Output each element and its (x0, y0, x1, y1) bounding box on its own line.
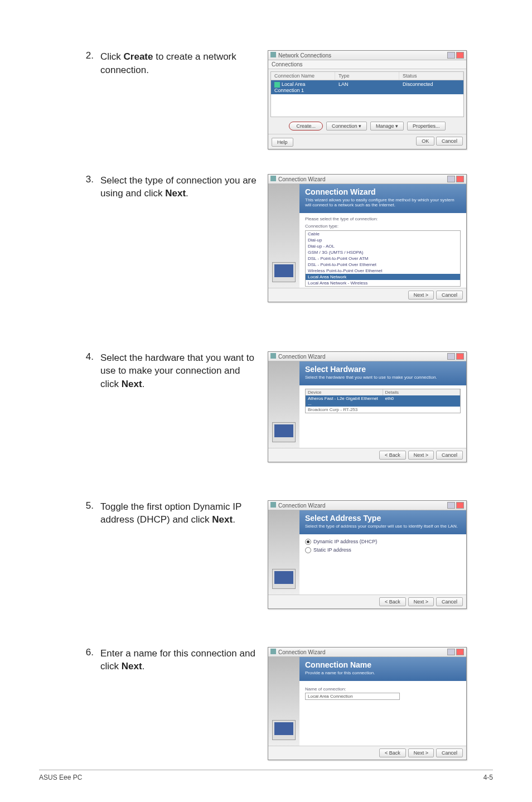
window-title: Connection Wizard (278, 649, 325, 655)
cell-details: eth0 (383, 395, 461, 407)
cancel-button[interactable]: Cancel (436, 451, 463, 460)
step-text: Toggle the first option Dynamic IP addre… (100, 500, 257, 527)
column-header-name[interactable]: Connection Name (271, 72, 335, 80)
app-icon (270, 52, 276, 57)
wizard-sidebar-image (268, 184, 299, 288)
text-fragment: . (142, 379, 145, 389)
connection-menu-button[interactable]: Connection ▾ (326, 122, 367, 131)
cancel-button[interactable]: Cancel (436, 137, 463, 146)
menu-connections[interactable]: Connections (268, 60, 466, 69)
screenshot-wizard-name: Connection Wizard Connection Name Provid… (263, 647, 467, 760)
list-item[interactable]: DSL - Point-to-Point Over Ethernet (306, 262, 460, 268)
list-item[interactable]: Wireless Point-to-Point Over Ethernet (306, 268, 460, 274)
close-icon[interactable] (456, 176, 464, 182)
wizard-description: Select the hardware that you want to use… (305, 375, 461, 380)
text-fragment: . (142, 661, 145, 671)
cell-device: Broadcom Corp - RT-253 (306, 407, 383, 413)
radio-label: Static IP address (313, 547, 351, 553)
step-number: 4. (78, 351, 94, 363)
next-button[interactable]: Next > (408, 451, 434, 460)
app-icon (270, 649, 276, 654)
close-icon[interactable] (456, 502, 464, 509)
page-footer: ASUS Eee PC 4-5 (39, 770, 493, 781)
list-item[interactable]: Cable (306, 231, 460, 237)
list-item[interactable]: Dial-up (306, 237, 460, 243)
wizard-sidebar-image (268, 361, 299, 448)
list-item[interactable]: Dial-up - AOL (306, 243, 460, 249)
hardware-table: Device Details Atheros Fast - L2e Gigabi… (305, 389, 461, 413)
text-fragment: Click (100, 51, 124, 62)
app-icon (270, 502, 276, 508)
connection-icon (274, 82, 280, 88)
properties-button[interactable]: Properties... (407, 122, 446, 131)
minimize-icon[interactable] (447, 52, 455, 59)
text-bold: Next (122, 661, 142, 671)
cancel-button[interactable]: Cancel (436, 597, 463, 606)
minimize-icon[interactable] (447, 649, 455, 655)
radio-static[interactable]: Static IP address (305, 546, 461, 554)
cell-details (383, 407, 461, 413)
wizard-sidebar-image (268, 510, 299, 595)
list-item[interactable]: DSL - Point-to-Point Over ATM (306, 255, 460, 262)
connection-name-input[interactable]: Local Area Connection (305, 693, 400, 700)
cell-type: LAN (335, 80, 399, 94)
step-6: 6. Enter a name for this connection and … (78, 647, 493, 760)
text-bold: Create (124, 51, 153, 62)
connection-row[interactable]: Local Area Connection 1 LAN Disconnected (271, 80, 463, 94)
next-button[interactable]: Next > (408, 291, 434, 299)
back-button[interactable]: < Back (379, 748, 406, 757)
hardware-row[interactable]: Broadcom Corp - RT-253 (306, 407, 460, 413)
screenshot-wizard-address: Connection Wizard Select Address Type Se… (263, 500, 467, 609)
step-4: 4. Select the hardware that you want to … (78, 351, 493, 462)
manage-menu-button[interactable]: Manage ▾ (370, 122, 404, 131)
step-number: 2. (78, 50, 94, 61)
list-item[interactable]: Local Area Network - Wireless (306, 280, 460, 286)
radio-icon (305, 539, 311, 545)
footer-right: 4-5 (483, 774, 493, 781)
window-title: Connection Wizard (278, 503, 325, 509)
radio-icon (305, 547, 311, 553)
step-2: 2. Click Create to create a network conn… (78, 50, 493, 149)
minimize-icon[interactable] (447, 353, 455, 360)
screenshot-wizard-type: Connection Wizard Connection Wizard This… (263, 174, 467, 302)
help-button[interactable]: Help (272, 138, 293, 147)
step-5: 5. Toggle the first option Dynamic IP ad… (78, 500, 493, 609)
column-header-device[interactable]: Device (306, 389, 383, 395)
radio-dhcp[interactable]: Dynamic IP address (DHCP) (305, 538, 461, 546)
radio-label: Dynamic IP address (DHCP) (313, 539, 377, 544)
next-button[interactable]: Next > (408, 597, 434, 606)
wizard-sidebar-image (268, 657, 299, 746)
close-icon[interactable] (456, 649, 464, 655)
wizard-description: This wizard allows you to easily configu… (305, 197, 461, 207)
back-button[interactable]: < Back (379, 597, 406, 606)
footer-left: ASUS Eee PC (39, 774, 82, 781)
cancel-button[interactable]: Cancel (436, 291, 463, 299)
window-title: Connection Wizard (278, 176, 325, 182)
close-icon[interactable] (456, 353, 464, 360)
next-button[interactable]: Next > (408, 748, 434, 757)
list-item-selected[interactable]: Local Area Network (306, 274, 460, 280)
app-icon (270, 176, 276, 181)
text-bold: Next (212, 514, 233, 525)
step-text: Enter a name for this connection and cli… (100, 647, 257, 674)
minimize-icon[interactable] (447, 502, 455, 509)
hardware-row-selected[interactable]: Atheros Fast - L2e Gigabit Ethernet ... … (306, 395, 460, 407)
wizard-description: Provide a name for this connection. (305, 670, 461, 675)
list-item[interactable]: GSM / 3G (UMTS / HSDPA) (306, 249, 460, 255)
window-title: Connection Wizard (278, 354, 325, 360)
column-header-type[interactable]: Type (335, 72, 399, 80)
cancel-button[interactable]: Cancel (436, 748, 463, 757)
column-header-details[interactable]: Details (383, 389, 461, 395)
connections-list: Connection Name Type Status Local Area C… (270, 71, 464, 117)
back-button[interactable]: < Back (379, 451, 406, 460)
minimize-icon[interactable] (447, 176, 455, 182)
ok-button[interactable]: OK (416, 137, 434, 146)
create-button[interactable]: Create... (289, 122, 323, 131)
connection-type-list[interactable]: Cable Dial-up Dial-up - AOL GSM / 3G (UM… (305, 230, 461, 287)
text-fragment: . (233, 514, 235, 525)
close-icon[interactable] (456, 52, 464, 59)
column-header-status[interactable]: Status (399, 72, 463, 80)
wizard-heading: Select Hardware (305, 365, 461, 374)
cell-status: Disconnected (399, 80, 463, 94)
step-number: 3. (78, 174, 94, 185)
